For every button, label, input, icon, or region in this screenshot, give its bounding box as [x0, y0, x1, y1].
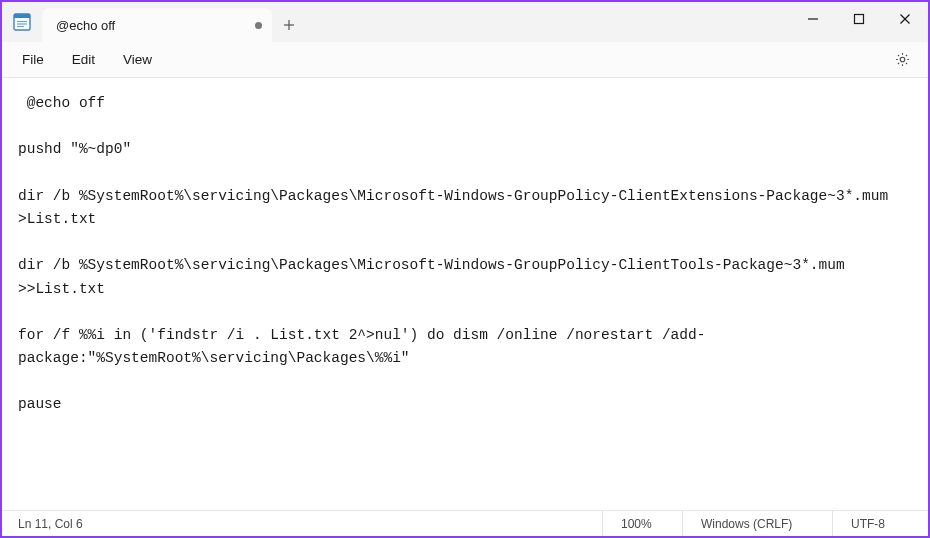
text-editor[interactable]: @echo off pushd "%~dp0" dir /b %SystemRo… — [2, 78, 928, 510]
svg-rect-8 — [855, 15, 864, 24]
menu-edit[interactable]: Edit — [58, 48, 109, 71]
status-bar: Ln 11, Col 6 100% Windows (CRLF) UTF-8 — [2, 510, 928, 536]
menu-items: File Edit View — [8, 48, 166, 71]
svg-rect-1 — [14, 14, 30, 18]
maximize-icon — [853, 13, 865, 25]
status-caret-position[interactable]: Ln 11, Col 6 — [18, 517, 602, 531]
maximize-button[interactable] — [836, 2, 882, 36]
svg-point-11 — [900, 57, 905, 62]
close-button[interactable] — [882, 2, 928, 36]
minimize-icon — [807, 13, 819, 25]
menu-view[interactable]: View — [109, 48, 166, 71]
new-tab-button[interactable] — [272, 8, 306, 42]
tab-strip: @echo off — [42, 2, 306, 42]
close-icon — [899, 13, 911, 25]
minimize-button[interactable] — [790, 2, 836, 36]
status-line-ending[interactable]: Windows (CRLF) — [682, 511, 832, 536]
window-controls — [790, 2, 928, 42]
title-bar: @echo off — [2, 2, 928, 42]
tab[interactable]: @echo off — [42, 8, 272, 42]
status-zoom[interactable]: 100% — [602, 511, 682, 536]
title-bar-drag-region[interactable] — [306, 2, 790, 42]
tab-dirty-dot-icon — [255, 22, 262, 29]
menu-bar: File Edit View — [2, 42, 928, 78]
notepad-icon — [13, 13, 31, 31]
tab-title: @echo off — [56, 18, 247, 33]
plus-icon — [283, 19, 295, 31]
gear-icon — [894, 51, 911, 68]
settings-button[interactable] — [886, 44, 918, 76]
menu-file[interactable]: File — [8, 48, 58, 71]
status-encoding[interactable]: UTF-8 — [832, 511, 912, 536]
title-bar-left: @echo off — [2, 2, 306, 42]
app-icon — [2, 2, 42, 42]
